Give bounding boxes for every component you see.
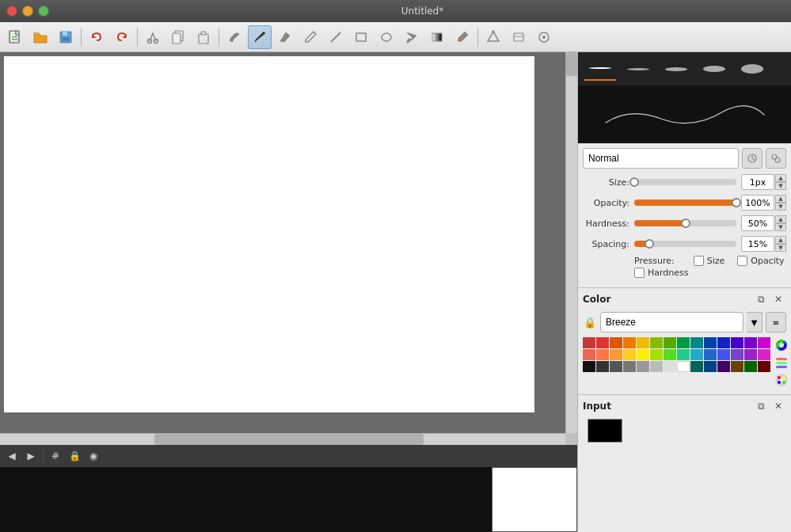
swatch-item[interactable] xyxy=(731,337,743,348)
swatch-item[interactable] xyxy=(664,349,676,360)
vertical-scrollbar[interactable] xyxy=(565,52,577,433)
cut-button[interactable] xyxy=(141,25,165,49)
calligraphy-tool-button[interactable] xyxy=(273,25,297,49)
hardness-down[interactable]: ▼ xyxy=(775,223,786,231)
paste-button[interactable] xyxy=(192,25,215,49)
canvas-area[interactable] xyxy=(0,52,577,445)
spacing-value[interactable]: 15% xyxy=(741,236,774,252)
brush-preset-5[interactable] xyxy=(736,57,768,81)
swatch-item[interactable] xyxy=(758,361,770,372)
copy-button[interactable] xyxy=(166,25,190,49)
ellipse-tool-button[interactable] xyxy=(375,25,398,49)
swatch-item[interactable] xyxy=(744,361,757,372)
swatch-item[interactable] xyxy=(610,361,622,372)
opacity-checkbox[interactable] xyxy=(737,256,747,266)
brush-preset-3[interactable] xyxy=(660,57,692,81)
swatch-item[interactable] xyxy=(650,361,663,372)
swatch-item[interactable] xyxy=(637,337,649,348)
input-close-button[interactable]: ✕ xyxy=(770,398,786,414)
swatch-item[interactable] xyxy=(744,337,757,348)
swatch-item[interactable] xyxy=(637,349,649,360)
redo-button[interactable] xyxy=(110,25,134,49)
swatch-item[interactable] xyxy=(704,361,717,372)
color-close-button[interactable]: ✕ xyxy=(770,291,786,307)
brush-preset-1[interactable] xyxy=(584,57,616,81)
new-button[interactable] xyxy=(3,25,27,49)
swatch-item[interactable] xyxy=(731,361,743,372)
swatch-item[interactable] xyxy=(650,337,663,348)
swatch-item[interactable] xyxy=(583,337,595,348)
swatch-item[interactable] xyxy=(690,337,703,348)
view-button[interactable]: ◉ xyxy=(85,447,102,465)
pencil-tool-button[interactable] xyxy=(299,25,322,49)
fill-tool-button[interactable] xyxy=(400,25,424,49)
hardness-up[interactable]: ▲ xyxy=(775,215,786,223)
swatch-item[interactable] xyxy=(623,361,636,372)
swatch-item[interactable] xyxy=(610,337,622,348)
swatch-item[interactable] xyxy=(717,337,730,348)
spacing-down[interactable]: ▼ xyxy=(775,244,786,252)
swatch-item[interactable] xyxy=(731,349,743,360)
blend-mode-select[interactable]: Normal Multiply Screen Overlay xyxy=(583,148,739,169)
hardness-value[interactable]: 50% xyxy=(741,215,774,231)
swatch-item[interactable] xyxy=(623,349,636,360)
open-button[interactable] xyxy=(29,25,52,49)
horizontal-scroll-thumb[interactable] xyxy=(154,434,424,445)
swatch-item[interactable] xyxy=(677,361,690,372)
color-picker-button[interactable] xyxy=(451,25,474,49)
path-tool-button[interactable] xyxy=(532,25,556,49)
pen-tool-button[interactable] xyxy=(248,25,272,49)
line-tool-button[interactable] xyxy=(324,25,348,49)
blend-reset-button[interactable] xyxy=(742,148,762,169)
swatch-item[interactable] xyxy=(744,349,757,360)
save-button[interactable] xyxy=(54,25,78,49)
rect-tool-button[interactable] xyxy=(349,25,373,49)
brush-settings-button[interactable] xyxy=(222,25,246,49)
swatch-item[interactable] xyxy=(704,349,717,360)
swatch-item[interactable] xyxy=(704,337,717,348)
swatch-item[interactable] xyxy=(596,337,609,348)
size-checkbox[interactable] xyxy=(694,256,704,266)
swatch-item[interactable] xyxy=(677,337,690,348)
swatch-item[interactable] xyxy=(596,361,609,372)
color-wheel-button[interactable] xyxy=(774,337,789,353)
spacing-up[interactable]: ▲ xyxy=(775,236,786,244)
swatch-item[interactable] xyxy=(623,337,636,348)
color-sliders-button[interactable] xyxy=(774,355,789,370)
swatch-item[interactable] xyxy=(610,349,622,360)
swatch-item[interactable] xyxy=(583,349,595,360)
palette-menu-button[interactable]: ≡ xyxy=(766,312,786,332)
swatch-item[interactable] xyxy=(637,361,649,372)
forward-button[interactable]: ▶ xyxy=(22,447,40,465)
swatch-item[interactable] xyxy=(690,349,703,360)
gradient-tool-button[interactable] xyxy=(425,25,449,49)
color-palette-button[interactable] xyxy=(774,372,789,388)
swatch-item[interactable] xyxy=(758,349,770,360)
vertical-scroll-thumb[interactable] xyxy=(566,52,577,76)
drawing-canvas[interactable] xyxy=(4,56,534,412)
swatch-item[interactable] xyxy=(650,349,663,360)
lock-button[interactable]: 🔒 xyxy=(66,447,83,465)
opacity-value[interactable]: 100% xyxy=(741,195,774,211)
swatch-item[interactable] xyxy=(677,349,690,360)
hardness-checkbox[interactable] xyxy=(634,268,645,278)
back-button[interactable]: ◀ xyxy=(3,447,21,465)
blend-link-button[interactable] xyxy=(766,148,786,169)
palette-dropdown-arrow[interactable]: ▼ xyxy=(747,312,762,332)
size-value[interactable]: 1px xyxy=(741,174,774,190)
opacity-up[interactable]: ▲ xyxy=(775,195,786,203)
spacing-track[interactable] xyxy=(634,241,736,247)
swatch-item[interactable] xyxy=(664,337,676,348)
pressure-opacity-check[interactable]: Opacity xyxy=(737,256,784,266)
grid-button[interactable]: # xyxy=(47,447,64,465)
swatch-item[interactable] xyxy=(583,361,595,372)
input-expand-button[interactable]: ⧉ xyxy=(753,398,769,414)
brush-preset-2[interactable] xyxy=(622,57,654,81)
size-up[interactable]: ▲ xyxy=(775,174,786,182)
close-button[interactable] xyxy=(6,6,17,17)
swatch-item[interactable] xyxy=(717,349,730,360)
maximize-button[interactable] xyxy=(38,6,49,17)
text-tool-button[interactable] xyxy=(507,25,531,49)
minimize-button[interactable] xyxy=(22,6,33,17)
swatch-item[interactable] xyxy=(664,361,676,372)
